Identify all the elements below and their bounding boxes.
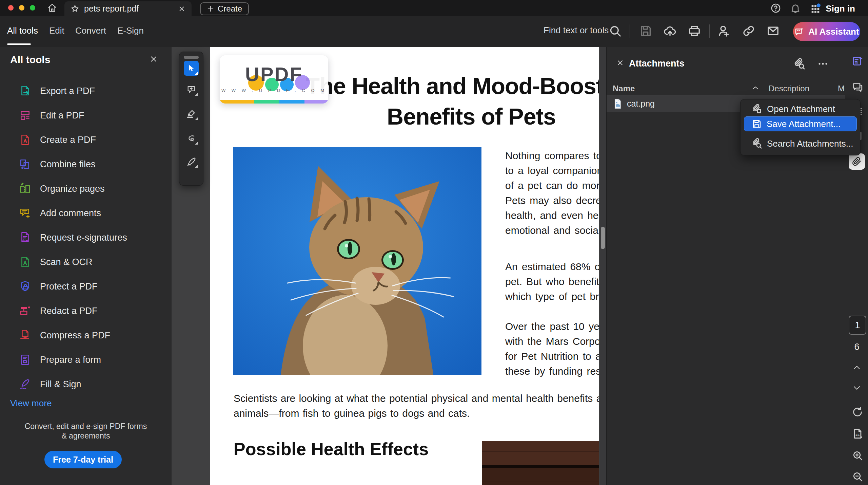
document-text-line: for Pet Nutrition to answer questions li…	[505, 349, 599, 364]
find-text-label[interactable]: Find text or tools	[544, 25, 609, 36]
document-text-line: An estimated 68% of U.S. households have…	[505, 259, 599, 274]
window-minimize-button[interactable]	[19, 5, 24, 11]
highlight-tool[interactable]	[184, 106, 199, 121]
apps-grid-icon[interactable]	[810, 3, 821, 14]
zoom-in-icon[interactable]	[852, 450, 863, 461]
sidebar-item-label: Create a PDF	[40, 135, 96, 145]
previous-page-icon[interactable]	[852, 363, 862, 372]
document-text-line: to a loyal companion. The unconditional …	[505, 163, 599, 178]
sidebar-item-label: Edit a PDF	[40, 110, 84, 121]
comments-panel-icon[interactable]	[852, 82, 863, 93]
ribbon-tab-edit[interactable]: Edit	[49, 25, 64, 36]
notifications-bell-icon[interactable]	[790, 3, 801, 14]
save-icon[interactable]	[639, 24, 652, 38]
ribbon-tab-convert[interactable]: Convert	[75, 25, 106, 36]
sidebar-item-compress-a-pdf[interactable]: Compress a PDF	[0, 323, 172, 348]
free-trial-button[interactable]: Free 7-day trial	[44, 451, 122, 468]
plus-icon	[207, 5, 214, 13]
panel-close-icon[interactable]	[149, 55, 158, 63]
ribbon-tab-esign[interactable]: E-Sign	[117, 25, 144, 36]
column-header-description[interactable]: Description	[769, 84, 809, 93]
sort-ascending-icon[interactable]	[752, 85, 759, 91]
ai-assistant-panel-icon[interactable]	[852, 55, 863, 67]
star-icon[interactable]	[71, 4, 79, 13]
document-text-line: with the Mars Corporation's WALTHAM Cent…	[505, 334, 599, 349]
sidebar-item-fill-sign[interactable]: Fill & Sign	[0, 372, 172, 396]
link-icon[interactable]	[742, 24, 755, 38]
sidebar-item-redact-a-pdf[interactable]: Redact a PDF	[0, 299, 172, 323]
watermark-brand: UPDF	[220, 63, 328, 86]
zoom-out-icon[interactable]	[852, 471, 863, 482]
ai-assistant-button[interactable]: AI Assistant	[793, 22, 860, 41]
menu-item-save-attachment[interactable]: Save Attachment...	[744, 116, 857, 131]
fill-sign-tool[interactable]	[184, 154, 199, 169]
compress-pdf-icon	[19, 329, 31, 341]
select-tool[interactable]	[184, 61, 199, 76]
png-file-icon	[613, 99, 622, 109]
watermark-url: W W W . U P D F . C O M	[220, 88, 328, 93]
sidebar-item-prepare-a-form[interactable]: Prepare a form	[0, 348, 172, 372]
rail-divider	[849, 401, 864, 401]
search-attachments-icon[interactable]	[793, 58, 805, 70]
rail-divider	[849, 76, 864, 76]
add-user-icon[interactable]	[717, 24, 731, 38]
sidebar-item-label: Prepare a form	[40, 355, 101, 365]
document-text-line: Nothing compares to the joy of coming ho…	[505, 148, 599, 163]
sidebar-item-export-a-pdf[interactable]: Export a PDF	[0, 79, 172, 103]
column-header-name[interactable]: Name	[613, 84, 635, 93]
sidebar-item-combine-files[interactable]: Combine files	[0, 152, 172, 176]
sidebar-item-label: Protect a PDF	[40, 281, 98, 292]
document-text-line: of a pet can do more than keep you compa…	[505, 178, 599, 193]
sign-in-button[interactable]: Sign in	[826, 3, 855, 14]
column-header-modified[interactable]: Modified	[838, 84, 845, 93]
page-scrollbar-thumb[interactable]	[601, 227, 605, 249]
document-tab[interactable]: pets report.pdf	[64, 1, 192, 16]
save-attachment-icon	[752, 119, 762, 129]
view-more-link[interactable]: View more	[10, 398, 52, 409]
document-text-line: animals—from fish to guinea pigs to dogs…	[234, 406, 599, 421]
promo-text-line2: & agreements	[0, 431, 172, 441]
watermark-stripe	[220, 100, 328, 104]
sidebar-item-label: Fill & Sign	[40, 379, 81, 390]
sidebar-item-organize-pages[interactable]: Organize pages	[0, 176, 172, 201]
sidebar-item-protect-a-pdf[interactable]: Protect a PDF	[0, 274, 172, 299]
ribbon-tab-all-tools[interactable]: All tools	[7, 25, 38, 36]
share-mail-icon[interactable]	[766, 24, 780, 38]
add-comment-tool[interactable]	[184, 82, 199, 97]
sidebar-item-add-comments[interactable]: Add comments	[0, 201, 172, 225]
sidebar-item-request-e-signatures[interactable]: Request e-signatures	[0, 225, 172, 250]
help-icon[interactable]	[770, 3, 781, 14]
print-icon[interactable]	[688, 24, 701, 38]
search-icon[interactable]	[608, 24, 622, 38]
menu-item-search-attachments[interactable]: Search Attachments...	[744, 137, 857, 150]
window-zoom-button[interactable]	[30, 5, 35, 11]
draw-lasso-tool[interactable]	[184, 131, 199, 146]
ai-assistant-icon	[794, 26, 804, 37]
attachment-file-name: cat.png	[627, 99, 655, 109]
tools-list: Export a PDFEdit a PDFCreate a PDFCombin…	[0, 79, 172, 396]
menu-item-open-attachment[interactable]: Open Attachment	[744, 102, 857, 116]
cloud-upload-icon[interactable]	[663, 24, 677, 38]
home-icon[interactable]	[47, 3, 57, 13]
sidebar-item-label: Scan & OCR	[40, 257, 93, 267]
svg-text:1:1: 1:1	[855, 433, 860, 436]
create-button[interactable]: Create	[200, 2, 249, 15]
attachments-close-icon[interactable]	[616, 59, 624, 67]
drag-handle[interactable]	[184, 56, 199, 59]
page-scrollbar-track[interactable]	[599, 47, 606, 485]
window-close-button[interactable]	[8, 5, 14, 11]
sidebar-item-scan-ocr[interactable]: Scan & OCR	[0, 250, 172, 274]
rotate-page-icon[interactable]	[852, 406, 863, 418]
fill-pdf-icon	[19, 378, 31, 390]
actual-size-icon[interactable]: 1:1	[852, 428, 863, 440]
tab-close-icon[interactable]	[178, 5, 185, 13]
current-page-input[interactable]: 1	[849, 316, 866, 335]
open-attachment-icon	[751, 104, 762, 114]
column-divider[interactable]	[762, 81, 762, 93]
next-page-icon[interactable]	[852, 384, 862, 392]
sidebar-item-create-a-pdf[interactable]: Create a PDF	[0, 128, 172, 152]
attachments-panel-icon-active[interactable]	[849, 153, 865, 170]
sidebar-item-edit-a-pdf[interactable]: Edit a PDF	[0, 103, 172, 128]
column-divider[interactable]	[832, 81, 832, 93]
more-options-icon[interactable]	[817, 60, 829, 68]
